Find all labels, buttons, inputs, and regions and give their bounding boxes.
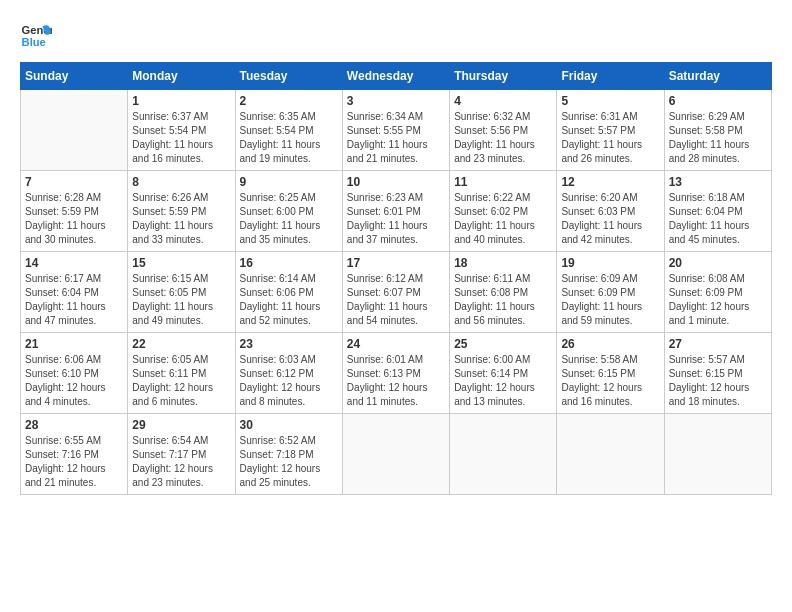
- day-info: Sunrise: 6:22 AMSunset: 6:02 PMDaylight:…: [454, 191, 552, 247]
- day-number: 11: [454, 175, 552, 189]
- day-info: Sunrise: 6:54 AMSunset: 7:17 PMDaylight:…: [132, 434, 230, 490]
- day-info: Sunrise: 5:57 AMSunset: 6:15 PMDaylight:…: [669, 353, 767, 409]
- calendar-cell: 21Sunrise: 6:06 AMSunset: 6:10 PMDayligh…: [21, 333, 128, 414]
- day-info: Sunrise: 6:00 AMSunset: 6:14 PMDaylight:…: [454, 353, 552, 409]
- calendar-cell: 26Sunrise: 5:58 AMSunset: 6:15 PMDayligh…: [557, 333, 664, 414]
- day-number: 5: [561, 94, 659, 108]
- calendar-cell: [450, 414, 557, 495]
- day-number: 17: [347, 256, 445, 270]
- weekday-header-wednesday: Wednesday: [342, 63, 449, 90]
- calendar-cell: [664, 414, 771, 495]
- day-info: Sunrise: 6:55 AMSunset: 7:16 PMDaylight:…: [25, 434, 123, 490]
- day-info: Sunrise: 6:01 AMSunset: 6:13 PMDaylight:…: [347, 353, 445, 409]
- day-number: 21: [25, 337, 123, 351]
- day-number: 23: [240, 337, 338, 351]
- calendar-cell: 20Sunrise: 6:08 AMSunset: 6:09 PMDayligh…: [664, 252, 771, 333]
- calendar-week-row: 7Sunrise: 6:28 AMSunset: 5:59 PMDaylight…: [21, 171, 772, 252]
- day-number: 3: [347, 94, 445, 108]
- calendar-cell: 17Sunrise: 6:12 AMSunset: 6:07 PMDayligh…: [342, 252, 449, 333]
- calendar-cell: [342, 414, 449, 495]
- day-number: 12: [561, 175, 659, 189]
- day-info: Sunrise: 6:32 AMSunset: 5:56 PMDaylight:…: [454, 110, 552, 166]
- calendar-cell: 12Sunrise: 6:20 AMSunset: 6:03 PMDayligh…: [557, 171, 664, 252]
- day-number: 7: [25, 175, 123, 189]
- day-number: 4: [454, 94, 552, 108]
- calendar-cell: 18Sunrise: 6:11 AMSunset: 6:08 PMDayligh…: [450, 252, 557, 333]
- calendar-week-row: 14Sunrise: 6:17 AMSunset: 6:04 PMDayligh…: [21, 252, 772, 333]
- day-info: Sunrise: 6:23 AMSunset: 6:01 PMDaylight:…: [347, 191, 445, 247]
- day-number: 25: [454, 337, 552, 351]
- day-info: Sunrise: 6:26 AMSunset: 5:59 PMDaylight:…: [132, 191, 230, 247]
- day-number: 20: [669, 256, 767, 270]
- calendar-cell: 30Sunrise: 6:52 AMSunset: 7:18 PMDayligh…: [235, 414, 342, 495]
- day-number: 27: [669, 337, 767, 351]
- calendar-cell: 16Sunrise: 6:14 AMSunset: 6:06 PMDayligh…: [235, 252, 342, 333]
- weekday-header-saturday: Saturday: [664, 63, 771, 90]
- day-info: Sunrise: 6:29 AMSunset: 5:58 PMDaylight:…: [669, 110, 767, 166]
- day-number: 26: [561, 337, 659, 351]
- calendar-cell: 28Sunrise: 6:55 AMSunset: 7:16 PMDayligh…: [21, 414, 128, 495]
- calendar-cell: 6Sunrise: 6:29 AMSunset: 5:58 PMDaylight…: [664, 90, 771, 171]
- calendar-cell: 13Sunrise: 6:18 AMSunset: 6:04 PMDayligh…: [664, 171, 771, 252]
- day-info: Sunrise: 6:06 AMSunset: 6:10 PMDaylight:…: [25, 353, 123, 409]
- day-info: Sunrise: 6:28 AMSunset: 5:59 PMDaylight:…: [25, 191, 123, 247]
- day-number: 15: [132, 256, 230, 270]
- day-info: Sunrise: 6:03 AMSunset: 6:12 PMDaylight:…: [240, 353, 338, 409]
- calendar-cell: 3Sunrise: 6:34 AMSunset: 5:55 PMDaylight…: [342, 90, 449, 171]
- day-info: Sunrise: 6:35 AMSunset: 5:54 PMDaylight:…: [240, 110, 338, 166]
- day-number: 10: [347, 175, 445, 189]
- day-info: Sunrise: 6:17 AMSunset: 6:04 PMDaylight:…: [25, 272, 123, 328]
- calendar-cell: 27Sunrise: 5:57 AMSunset: 6:15 PMDayligh…: [664, 333, 771, 414]
- day-info: Sunrise: 6:08 AMSunset: 6:09 PMDaylight:…: [669, 272, 767, 328]
- calendar-cell: 8Sunrise: 6:26 AMSunset: 5:59 PMDaylight…: [128, 171, 235, 252]
- weekday-header-thursday: Thursday: [450, 63, 557, 90]
- day-info: Sunrise: 6:52 AMSunset: 7:18 PMDaylight:…: [240, 434, 338, 490]
- day-number: 22: [132, 337, 230, 351]
- day-number: 18: [454, 256, 552, 270]
- day-number: 14: [25, 256, 123, 270]
- weekday-header-sunday: Sunday: [21, 63, 128, 90]
- day-number: 8: [132, 175, 230, 189]
- calendar-cell: 29Sunrise: 6:54 AMSunset: 7:17 PMDayligh…: [128, 414, 235, 495]
- calendar-cell: 7Sunrise: 6:28 AMSunset: 5:59 PMDaylight…: [21, 171, 128, 252]
- weekday-header-monday: Monday: [128, 63, 235, 90]
- day-number: 29: [132, 418, 230, 432]
- calendar-cell: 25Sunrise: 6:00 AMSunset: 6:14 PMDayligh…: [450, 333, 557, 414]
- calendar-cell: 1Sunrise: 6:37 AMSunset: 5:54 PMDaylight…: [128, 90, 235, 171]
- day-info: Sunrise: 6:11 AMSunset: 6:08 PMDaylight:…: [454, 272, 552, 328]
- day-number: 24: [347, 337, 445, 351]
- page-header: General Blue: [20, 20, 772, 52]
- svg-text:Blue: Blue: [22, 36, 46, 48]
- day-info: Sunrise: 6:34 AMSunset: 5:55 PMDaylight:…: [347, 110, 445, 166]
- weekday-header-friday: Friday: [557, 63, 664, 90]
- calendar-cell: [21, 90, 128, 171]
- day-info: Sunrise: 6:14 AMSunset: 6:06 PMDaylight:…: [240, 272, 338, 328]
- calendar-cell: [557, 414, 664, 495]
- day-info: Sunrise: 5:58 AMSunset: 6:15 PMDaylight:…: [561, 353, 659, 409]
- day-info: Sunrise: 6:37 AMSunset: 5:54 PMDaylight:…: [132, 110, 230, 166]
- calendar-cell: 23Sunrise: 6:03 AMSunset: 6:12 PMDayligh…: [235, 333, 342, 414]
- day-info: Sunrise: 6:05 AMSunset: 6:11 PMDaylight:…: [132, 353, 230, 409]
- calendar: SundayMondayTuesdayWednesdayThursdayFrid…: [20, 62, 772, 495]
- logo-icon: General Blue: [20, 20, 52, 52]
- calendar-cell: 4Sunrise: 6:32 AMSunset: 5:56 PMDaylight…: [450, 90, 557, 171]
- day-info: Sunrise: 6:15 AMSunset: 6:05 PMDaylight:…: [132, 272, 230, 328]
- day-info: Sunrise: 6:25 AMSunset: 6:00 PMDaylight:…: [240, 191, 338, 247]
- day-info: Sunrise: 6:12 AMSunset: 6:07 PMDaylight:…: [347, 272, 445, 328]
- calendar-cell: 2Sunrise: 6:35 AMSunset: 5:54 PMDaylight…: [235, 90, 342, 171]
- day-number: 28: [25, 418, 123, 432]
- day-number: 6: [669, 94, 767, 108]
- calendar-cell: 14Sunrise: 6:17 AMSunset: 6:04 PMDayligh…: [21, 252, 128, 333]
- day-number: 9: [240, 175, 338, 189]
- day-info: Sunrise: 6:18 AMSunset: 6:04 PMDaylight:…: [669, 191, 767, 247]
- calendar-header-row: SundayMondayTuesdayWednesdayThursdayFrid…: [21, 63, 772, 90]
- calendar-week-row: 1Sunrise: 6:37 AMSunset: 5:54 PMDaylight…: [21, 90, 772, 171]
- day-number: 1: [132, 94, 230, 108]
- calendar-cell: 19Sunrise: 6:09 AMSunset: 6:09 PMDayligh…: [557, 252, 664, 333]
- day-info: Sunrise: 6:31 AMSunset: 5:57 PMDaylight:…: [561, 110, 659, 166]
- day-number: 19: [561, 256, 659, 270]
- day-number: 2: [240, 94, 338, 108]
- calendar-cell: 5Sunrise: 6:31 AMSunset: 5:57 PMDaylight…: [557, 90, 664, 171]
- calendar-cell: 15Sunrise: 6:15 AMSunset: 6:05 PMDayligh…: [128, 252, 235, 333]
- calendar-cell: 11Sunrise: 6:22 AMSunset: 6:02 PMDayligh…: [450, 171, 557, 252]
